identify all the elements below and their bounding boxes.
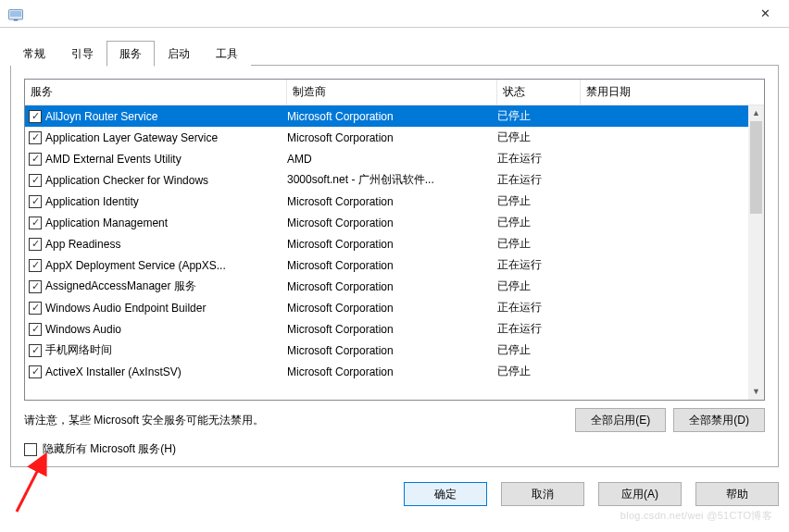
cell-manufacturer: 3000soft.net - 广州创讯软件... [287, 172, 497, 188]
close-button[interactable]: ✕ [749, 5, 782, 22]
cell-manufacturer: AMD [287, 153, 497, 166]
cell-service: Application Identity [45, 195, 287, 208]
svg-rect-1 [10, 11, 21, 17]
services-list: 服务 制造商 状态 禁用日期 ✓AllJoyn Router ServiceMi… [24, 79, 765, 401]
cell-manufacturer: Microsoft Corporation [287, 323, 497, 336]
row-checkbox[interactable]: ✓ [29, 365, 42, 378]
cell-manufacturer: Microsoft Corporation [287, 365, 497, 378]
table-row[interactable]: ✓Application IdentityMicrosoft Corporati… [25, 191, 764, 212]
enable-all-button[interactable]: 全部启用(E) [575, 408, 666, 432]
row-checkbox[interactable]: ✓ [29, 110, 42, 123]
cell-status: 已停止 [497, 130, 581, 145]
cell-service: Application Layer Gateway Service [45, 131, 287, 144]
cell-status: 已停止 [497, 193, 581, 209]
tabstrip: 常规 引导 服务 启动 工具 [0, 28, 789, 66]
row-checkbox[interactable]: ✓ [29, 195, 42, 208]
cell-service: Application Checker for Windows [45, 174, 287, 187]
table-row[interactable]: ✓ActiveX Installer (AxInstSV)Microsoft C… [25, 361, 764, 382]
cell-manufacturer: Microsoft Corporation [287, 259, 497, 272]
row-checkbox[interactable]: ✓ [29, 280, 42, 293]
col-status[interactable]: 状态 [497, 80, 581, 105]
list-body: ✓AllJoyn Router ServiceMicrosoft Corpora… [25, 105, 764, 400]
table-row[interactable]: ✓Application Checker for Windows3000soft… [25, 169, 764, 191]
cell-status: 正在运行 [497, 151, 581, 167]
row-checkbox[interactable]: ✓ [29, 344, 42, 357]
cell-status: 正在运行 [497, 300, 581, 315]
row-checkbox[interactable]: ✓ [29, 153, 42, 166]
cell-service: AssignedAccessManager 服务 [45, 278, 287, 294]
titlebar: ✕ [0, 0, 789, 28]
cell-manufacturer: Microsoft Corporation [287, 280, 497, 293]
table-row[interactable]: ✓Windows Audio Endpoint BuilderMicrosoft… [25, 297, 764, 318]
tab-startup[interactable]: 启动 [155, 41, 203, 66]
table-row[interactable]: ✓AMD External Events UtilityAMD正在运行 [25, 148, 764, 169]
cell-status: 已停止 [497, 342, 581, 358]
cell-status: 已停止 [497, 364, 581, 379]
scrollbar[interactable]: ▲ ▼ [748, 105, 764, 400]
row-checkbox[interactable]: ✓ [29, 174, 42, 187]
cell-status: 已停止 [497, 215, 581, 230]
row-checkbox[interactable]: ✓ [29, 238, 42, 251]
cell-manufacturer: Microsoft Corporation [287, 344, 497, 357]
col-disable-date[interactable]: 禁用日期 [581, 80, 748, 105]
services-panel: 服务 制造商 状态 禁用日期 ✓AllJoyn Router ServiceMi… [10, 66, 779, 467]
help-button[interactable]: 帮助 [695, 482, 779, 506]
col-manufacturer[interactable]: 制造商 [287, 80, 497, 105]
cell-service: AppX Deployment Service (AppXS... [45, 259, 287, 272]
cell-service: Windows Audio [45, 323, 287, 336]
table-row[interactable]: ✓AssignedAccessManager 服务Microsoft Corpo… [25, 276, 764, 297]
cell-service: Application Management [45, 217, 287, 229]
row-checkbox[interactable]: ✓ [29, 259, 42, 272]
scroll-track[interactable] [748, 121, 764, 384]
table-row[interactable]: ✓App ReadinessMicrosoft Corporation已停止 [25, 233, 764, 254]
cell-status: 正在运行 [497, 321, 581, 337]
cell-service: ActiveX Installer (AxInstSV) [45, 365, 287, 378]
msconfig-icon [7, 6, 24, 22]
scroll-thumb[interactable] [750, 121, 762, 214]
svg-rect-2 [14, 19, 19, 21]
row-checkbox[interactable]: ✓ [29, 217, 42, 229]
cell-manufacturer: Microsoft Corporation [287, 195, 497, 208]
cell-manufacturer: Microsoft Corporation [287, 131, 497, 144]
apply-button[interactable]: 应用(A) [598, 482, 682, 506]
row-checkbox[interactable]: ✓ [29, 323, 42, 336]
row-checkbox[interactable]: ✓ [29, 302, 42, 315]
table-row[interactable]: ✓AllJoyn Router ServiceMicrosoft Corpora… [25, 105, 764, 127]
cancel-button[interactable]: 取消 [501, 482, 584, 506]
list-header: 服务 制造商 状态 禁用日期 [25, 80, 764, 105]
scroll-down-icon[interactable]: ▼ [748, 384, 764, 400]
cell-service: AllJoyn Router Service [45, 110, 287, 123]
table-row[interactable]: ✓AppX Deployment Service (AppXS...Micros… [25, 254, 764, 276]
cell-status: 正在运行 [497, 257, 581, 273]
table-row[interactable]: ✓Application ManagementMicrosoft Corpora… [25, 212, 764, 233]
cell-service: Windows Audio Endpoint Builder [45, 302, 287, 315]
cell-service: App Readiness [45, 238, 287, 251]
cell-service: AMD External Events Utility [45, 153, 287, 166]
cell-service: 手机网络时间 [45, 342, 287, 358]
cell-status: 正在运行 [497, 172, 581, 188]
cell-status: 已停止 [497, 108, 581, 124]
cell-manufacturer: Microsoft Corporation [287, 302, 497, 315]
tab-general[interactable]: 常规 [10, 41, 58, 66]
row-checkbox[interactable]: ✓ [29, 131, 42, 144]
cell-manufacturer: Microsoft Corporation [287, 110, 497, 123]
cell-status: 已停止 [497, 236, 581, 252]
hide-ms-label[interactable]: 隐藏所有 Microsoft 服务(H) [43, 441, 176, 457]
cell-status: 已停止 [497, 278, 581, 294]
table-row[interactable]: ✓Windows AudioMicrosoft Corporation正在运行 [25, 318, 764, 340]
note-text: 请注意，某些 Microsoft 安全服务可能无法禁用。 [24, 413, 568, 428]
cell-manufacturer: Microsoft Corporation [287, 217, 497, 229]
tab-boot[interactable]: 引导 [58, 41, 106, 66]
scroll-up-icon[interactable]: ▲ [748, 105, 764, 121]
table-row[interactable]: ✓Application Layer Gateway ServiceMicros… [25, 127, 764, 148]
tab-services[interactable]: 服务 [106, 41, 155, 67]
tab-tools[interactable]: 工具 [203, 41, 251, 66]
watermark: blog.csdn.net/wei @51CTO博客 [620, 509, 772, 523]
ok-button[interactable]: 确定 [404, 482, 487, 506]
cell-manufacturer: Microsoft Corporation [287, 238, 497, 251]
table-row[interactable]: ✓手机网络时间Microsoft Corporation已停止 [25, 340, 764, 361]
hide-ms-checkbox[interactable] [24, 443, 37, 456]
col-service[interactable]: 服务 [25, 80, 287, 105]
disable-all-button[interactable]: 全部禁用(D) [673, 408, 765, 432]
